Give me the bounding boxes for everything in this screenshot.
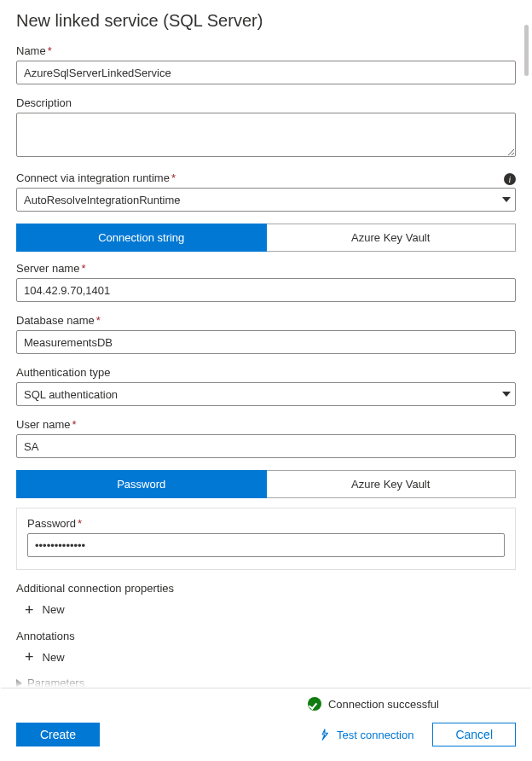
- auth-type-select[interactable]: [16, 382, 516, 406]
- add-connection-property-button[interactable]: + New: [25, 603, 65, 616]
- tab-password[interactable]: Password: [16, 470, 267, 498]
- required-asterisk: *: [78, 517, 82, 530]
- annotations-heading: Annotations: [16, 630, 516, 642]
- page-title: New linked service (SQL Server): [16, 11, 516, 31]
- info-icon[interactable]: i: [504, 173, 516, 185]
- name-label: Name*: [16, 44, 516, 57]
- scrollbar-thumb[interactable]: [524, 25, 529, 76]
- user-name-input[interactable]: [16, 434, 516, 458]
- password-source-tabs: Password Azure Key Vault: [16, 470, 516, 498]
- parameters-expander[interactable]: Parameters: [16, 677, 516, 688]
- plus-icon: +: [25, 651, 34, 663]
- password-container: Password*: [16, 508, 516, 570]
- additional-properties-heading: Additional connection properties: [16, 582, 516, 595]
- runtime-select[interactable]: [16, 188, 516, 212]
- plug-icon: [318, 729, 330, 741]
- database-name-label: Database name*: [16, 314, 516, 327]
- required-asterisk: *: [171, 171, 176, 184]
- form-scroll-area[interactable]: New linked service (SQL Server) Name* De…: [1, 1, 531, 688]
- description-label: Description: [16, 96, 516, 109]
- cancel-button[interactable]: Cancel: [432, 723, 516, 746]
- tab-azure-key-vault-connection[interactable]: Azure Key Vault: [267, 224, 517, 252]
- success-check-icon: [308, 697, 321, 711]
- server-name-input[interactable]: [16, 278, 516, 302]
- connection-status: Connection successful: [16, 697, 516, 711]
- create-button[interactable]: Create: [16, 723, 100, 746]
- runtime-label: Connect via integration runtime*: [16, 171, 516, 184]
- required-asterisk: *: [48, 44, 52, 57]
- tab-azure-key-vault-password[interactable]: Azure Key Vault: [267, 470, 517, 498]
- plus-icon: +: [25, 604, 34, 616]
- description-textarea[interactable]: [16, 113, 516, 157]
- auth-type-label: Authentication type: [16, 366, 516, 379]
- chevron-right-icon: [16, 679, 22, 688]
- tab-connection-string[interactable]: Connection string: [16, 224, 267, 252]
- password-input[interactable]: [27, 533, 505, 557]
- database-name-input[interactable]: [16, 330, 516, 354]
- footer: Connection successful Create Test connec…: [1, 688, 531, 760]
- add-annotation-button[interactable]: + New: [25, 651, 65, 664]
- password-label: Password*: [27, 517, 505, 530]
- required-asterisk: *: [96, 314, 101, 327]
- connection-source-tabs: Connection string Azure Key Vault: [16, 224, 516, 252]
- test-connection-button[interactable]: Test connection: [318, 729, 413, 741]
- required-asterisk: *: [72, 418, 77, 431]
- server-name-label: Server name*: [16, 262, 516, 275]
- required-asterisk: *: [81, 262, 85, 275]
- name-input[interactable]: [16, 61, 516, 84]
- user-name-label: User name*: [16, 418, 516, 431]
